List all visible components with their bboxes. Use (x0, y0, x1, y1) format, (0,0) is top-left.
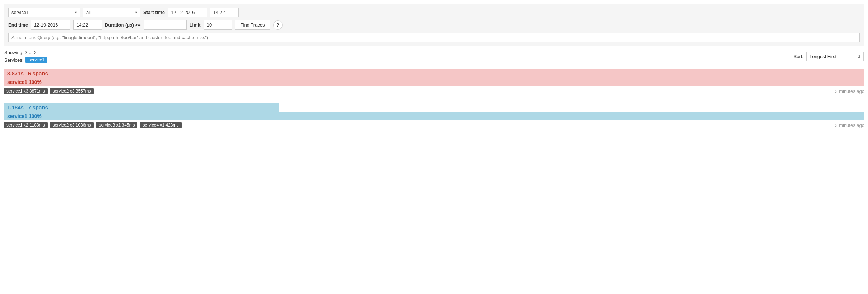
trace-header-row-2: 1.184s 7 spans (4, 103, 864, 112)
services-row: Services: service1 (4, 57, 47, 63)
results-header: Showing: 2 of 2 Services: service1 Sort:… (4, 50, 864, 63)
end-date-input[interactable] (31, 20, 70, 30)
trace-spans-1: 6 spans (28, 70, 48, 76)
trace-header-bar-1: 3.871s 6 spans (4, 69, 864, 78)
trace-time-1: 3 minutes ago (835, 89, 864, 94)
sort-select[interactable]: Longest First Shortest First Newest Firs… (806, 52, 864, 61)
trace-spans-2: 7 spans (28, 104, 48, 110)
trace-tags-2: service1 x2 1183ms service2 x3 1036ms se… (4, 122, 182, 128)
trace-service-name-1: service1 100% (7, 79, 42, 85)
end-time-label: End time (8, 22, 28, 28)
trace-tag-2-2: service3 x1 345ms (96, 122, 137, 128)
find-traces-button[interactable]: Find Traces (235, 20, 270, 30)
results-left: Showing: 2 of 2 Services: service1 (4, 50, 47, 63)
search-panel: service1 all Start time End time Duratio… (4, 4, 864, 46)
start-time-label: Start time (143, 10, 165, 15)
service-select[interactable]: service1 (8, 8, 80, 17)
trace-tag-2-1: service2 x3 1036ms (50, 122, 94, 128)
services-label: Services: (4, 57, 23, 63)
trace-header-row-1: 3.871s 6 spans (4, 69, 864, 78)
start-time-input[interactable] (210, 8, 239, 17)
span-select-wrapper: all (83, 8, 140, 17)
trace-duration-1: 3.871s (7, 70, 24, 76)
duration-input[interactable] (144, 20, 187, 30)
sort-select-wrapper: Longest First Shortest First Newest Firs… (806, 52, 864, 61)
trace-duration-2: 1.184s (7, 104, 24, 110)
sort-label: Sort: (794, 54, 803, 59)
trace-service-bar-1: service1 100% (4, 78, 864, 86)
trace-card-2[interactable]: 1.184s 7 spans service1 100% service1 x2… (4, 103, 864, 128)
trace-header-bar-2: 1.184s 7 spans (4, 103, 279, 112)
duration-label: Duration (μs) >= (105, 22, 141, 28)
trace-tags-1: service1 x3 3871ms service2 x3 3557ms (4, 88, 94, 94)
trace-service-name-2: service1 100% (7, 113, 42, 119)
service-select-wrapper: service1 (8, 8, 80, 17)
annotations-row (8, 33, 860, 42)
start-date-input[interactable] (168, 8, 207, 17)
trace-tag-2-3: service4 x1 423ms (140, 122, 181, 128)
search-row2: End time Duration (μs) >= Limit Find Tra… (8, 20, 860, 30)
search-row1: service1 all Start time (8, 8, 860, 17)
showing-text: Showing: 2 of 2 (4, 50, 47, 55)
trace-card-1[interactable]: 3.871s 6 spans service1 100% service1 x3… (4, 69, 864, 94)
limit-label: Limit (190, 22, 201, 28)
trace-tag-1-1: service2 x3 3557ms (50, 88, 94, 94)
limit-input[interactable] (204, 20, 232, 30)
trace-list: 3.871s 6 spans service1 100% service1 x3… (4, 69, 864, 128)
help-button[interactable]: ? (273, 20, 283, 30)
annotations-input[interactable] (8, 33, 860, 42)
trace-tag-1-0: service1 x3 3871ms (4, 88, 48, 94)
trace-tag-2-0: service1 x2 1183ms (4, 122, 48, 128)
trace-tags-row-1: service1 x3 3871ms service2 x3 3557ms 3 … (4, 88, 864, 94)
trace-service-bar-2: service1 100% (4, 112, 864, 120)
span-select[interactable]: all (83, 8, 140, 17)
results-right: Sort: Longest First Shortest First Newes… (794, 52, 864, 61)
trace-tags-row-2: service1 x2 1183ms service2 x3 1036ms se… (4, 122, 864, 128)
trace-time-2: 3 minutes ago (835, 123, 864, 128)
service-badge[interactable]: service1 (25, 57, 47, 63)
end-time-input[interactable] (73, 20, 102, 30)
